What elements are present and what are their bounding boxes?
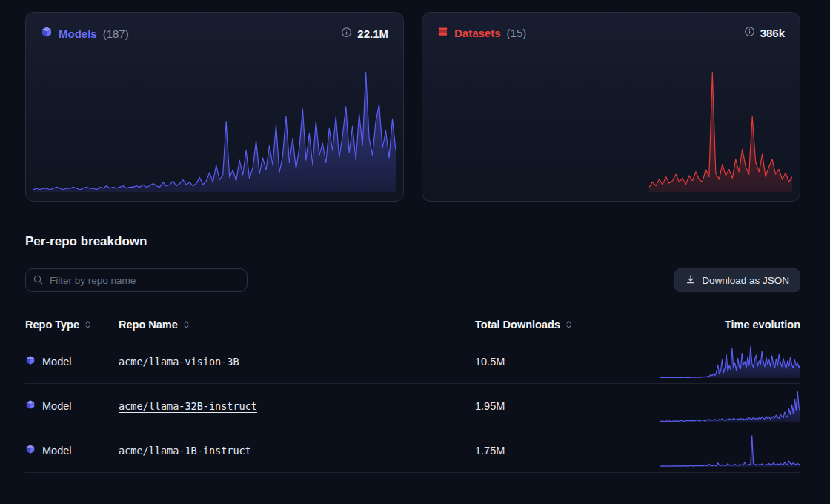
table-row: Model acme/llama-1B-instruct 1.75M [25, 428, 800, 473]
datasets-card-header: Datasets (15) 386k [422, 13, 800, 40]
header-time-evolution-label: Time evolution [725, 319, 800, 331]
models-card-count: (187) [103, 27, 129, 40]
download-json-label: Download as JSON [702, 275, 789, 286]
total-downloads-value: 1.95M [475, 400, 653, 412]
datasets-card-count: (15) [507, 27, 527, 39]
repo-filter-input[interactable] [25, 268, 248, 292]
table-toolbar: Download as JSON [25, 268, 800, 292]
header-repo-name[interactable]: Repo Name [119, 319, 475, 331]
page-title: Per-repo breakdown [25, 234, 800, 249]
total-downloads-value: 10.5M [475, 356, 653, 368]
repo-type-label: Model [42, 400, 72, 412]
table-row: Model acme/llama-32B-instruct 1.95M [25, 384, 800, 428]
table-header-row: Repo Type Repo Name Tota [25, 310, 800, 339]
sort-icon [84, 319, 92, 330]
sort-icon [565, 319, 573, 330]
models-downloads-chart [33, 67, 396, 192]
search-icon [33, 274, 44, 285]
header-total-downloads[interactable]: Total Downloads [475, 319, 653, 331]
analytics-page: Models (187) 22.1M [0, 0, 830, 473]
repo-type-label: Model [42, 445, 72, 457]
datasets-total-downloads: 386k [760, 27, 785, 39]
table-row: Model acme/llama-vision-3B 10.5M [25, 339, 800, 384]
stat-cards: Models (187) 22.1M [25, 12, 800, 202]
models-card-title: Models [59, 27, 97, 40]
repo-name-link[interactable]: acme/llama-32B-instruct [119, 400, 257, 412]
repo-type-cell: Model [25, 355, 119, 368]
repo-downloads-sparkline [660, 345, 800, 378]
datasets-downloads-chart [430, 67, 792, 192]
header-time-evolution: Time evolution [653, 319, 800, 331]
model-cube-icon [41, 26, 53, 41]
repo-downloads-sparkline [660, 390, 800, 422]
per-repo-table: Repo Type Repo Name Tota [25, 310, 800, 473]
repo-type-cell: Model [25, 399, 119, 412]
datasets-card: Datasets (15) 386k [422, 12, 800, 202]
header-repo-type[interactable]: Repo Type [25, 319, 119, 331]
total-downloads-value: 1.75M [475, 445, 653, 457]
repo-filter [25, 268, 248, 292]
repo-name-link[interactable]: acme/llama-1B-instruct [119, 445, 251, 457]
download-icon [685, 274, 696, 287]
model-cube-icon [25, 399, 36, 412]
dataset-rows-icon [437, 26, 448, 40]
model-cube-icon [25, 444, 36, 457]
header-total-downloads-label: Total Downloads [475, 319, 560, 331]
models-total-downloads: 22.1M [357, 27, 388, 40]
download-json-button[interactable]: Download as JSON [674, 268, 800, 292]
info-icon[interactable] [341, 27, 352, 41]
info-icon[interactable] [744, 26, 755, 40]
repo-type-cell: Model [25, 444, 119, 457]
header-repo-name-label: Repo Name [119, 319, 178, 331]
repo-type-label: Model [42, 356, 72, 368]
header-repo-type-label: Repo Type [25, 319, 79, 331]
sort-icon [182, 319, 190, 330]
models-card-header: Models (187) 22.1M [26, 13, 403, 41]
datasets-card-title: Datasets [454, 27, 501, 39]
model-cube-icon [25, 355, 36, 368]
repo-downloads-sparkline [660, 434, 800, 467]
repo-name-link[interactable]: acme/llama-vision-3B [119, 356, 239, 368]
models-card: Models (187) 22.1M [25, 12, 404, 202]
